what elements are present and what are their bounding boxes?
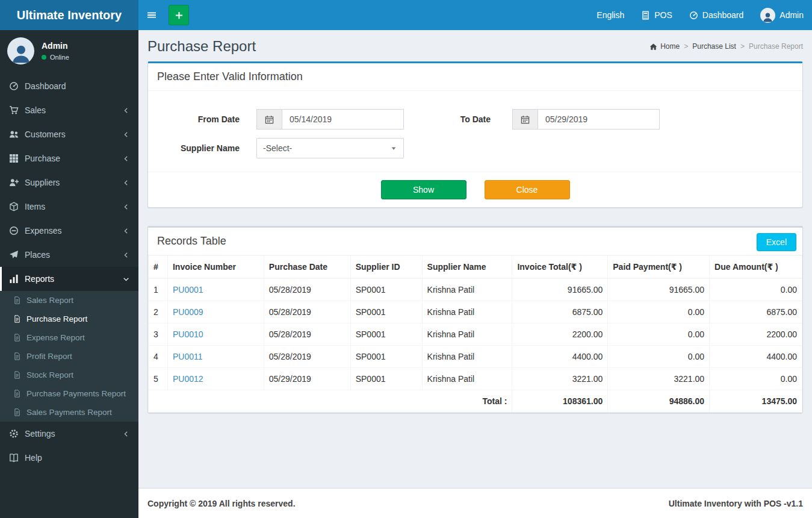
column-header-paid-payment: Paid Payment(₹ ) bbox=[608, 256, 710, 279]
cell: 2 bbox=[149, 301, 168, 323]
cell: 6875.00 bbox=[710, 301, 802, 323]
sidebar-subitem-label: Sales Payments Report bbox=[26, 408, 112, 417]
sidebar-item-dashboard[interactable]: Dashboard bbox=[0, 74, 138, 98]
calculator-icon bbox=[641, 11, 650, 20]
column-header-supplier-name: Supplier Name bbox=[422, 256, 512, 279]
supplier-row: Supplier Name -Select- bbox=[157, 138, 793, 158]
copyright-text: Copyright © 2019 All rights reserved. bbox=[147, 499, 296, 508]
breadcrumb-home[interactable]: Home bbox=[649, 42, 680, 51]
navbar: English POS Dashboard Admin bbox=[138, 0, 812, 30]
column-header-purchase-date: Purchase Date bbox=[264, 256, 350, 279]
user-status: Online bbox=[42, 54, 69, 61]
record-row: 2PU000905/28/2019SP0001Krishna Patil6875… bbox=[149, 301, 802, 323]
chevron-left-icon bbox=[123, 228, 129, 234]
invoice-link[interactable]: PU0012 bbox=[173, 374, 203, 384]
language-menu[interactable]: English bbox=[588, 0, 633, 30]
navbar-right: English POS Dashboard Admin bbox=[588, 0, 812, 30]
app-logo[interactable]: Ultimate Inventory bbox=[0, 0, 138, 30]
sidebar-subitem-label: Purchase Report bbox=[26, 314, 87, 323]
sidebar-item-label: Settings bbox=[25, 429, 55, 438]
cell: SP0001 bbox=[350, 301, 422, 323]
column-header-due-amount: Due Amount(₹ ) bbox=[710, 256, 802, 279]
sidebar-item-label: Dashboard bbox=[25, 81, 66, 91]
app-title: Ultimate Inventory bbox=[17, 8, 122, 22]
cell-invoice-number: PU0010 bbox=[167, 323, 264, 346]
sidebar-item-help[interactable]: Help bbox=[0, 446, 138, 470]
records-table-title: Records Table bbox=[157, 235, 793, 248]
sidebar-subitem-expense-report[interactable]: Expense Report bbox=[0, 328, 138, 347]
cell: 05/28/2019 bbox=[264, 278, 350, 301]
sidebar-item-customers[interactable]: Customers bbox=[0, 122, 138, 146]
file-icon bbox=[13, 334, 21, 342]
to-date-input[interactable] bbox=[538, 109, 660, 130]
sidebar-subitem-label: Purchase Payments Report bbox=[26, 389, 126, 398]
cell: Krishna Patil bbox=[422, 278, 512, 301]
add-button[interactable] bbox=[169, 5, 189, 25]
user-menu[interactable]: Admin bbox=[752, 0, 812, 30]
sidebar-subitem-stock-report[interactable]: Stock Report bbox=[0, 366, 138, 384]
cell: 0.00 bbox=[608, 323, 710, 346]
minus-circle-icon bbox=[9, 226, 19, 236]
sidebar-item-label: Expenses bbox=[25, 226, 61, 236]
calendar-icon bbox=[265, 115, 274, 124]
gear-icon bbox=[9, 429, 19, 438]
cell: 05/28/2019 bbox=[264, 346, 350, 368]
sidebar-item-purchase[interactable]: Purchase bbox=[0, 146, 138, 170]
cell: 2200.00 bbox=[710, 323, 802, 346]
file-icon bbox=[13, 296, 21, 304]
language-label: English bbox=[597, 10, 624, 20]
cell: 05/28/2019 bbox=[264, 323, 350, 346]
supplier-select[interactable]: -Select- bbox=[256, 138, 404, 158]
cell-invoice-number: PU0012 bbox=[167, 368, 264, 390]
sidebar-toggle-button[interactable] bbox=[138, 0, 165, 30]
filter-panel-body: From Date To Date bbox=[148, 91, 802, 172]
content-header: Purchase Report Home>Purchase List>Purch… bbox=[138, 30, 812, 61]
home-icon bbox=[649, 43, 657, 51]
top-navbar: Ultimate Inventory English POS Dashboard bbox=[0, 0, 812, 30]
cell: 2200.00 bbox=[512, 323, 608, 346]
invoice-link[interactable]: PU0001 bbox=[173, 285, 203, 295]
sidebar-subitem-purchase-report[interactable]: Purchase Report bbox=[0, 310, 138, 328]
from-date-input[interactable] bbox=[282, 109, 404, 130]
total-paid: 94886.00 bbox=[608, 390, 710, 413]
sidebar-subitem-sales-report[interactable]: Sales Report bbox=[0, 291, 138, 310]
sidebar-item-sales[interactable]: Sales bbox=[0, 98, 138, 122]
excel-export-button[interactable]: Excel bbox=[757, 233, 796, 251]
invoice-link[interactable]: PU0010 bbox=[173, 329, 203, 339]
cell: 05/29/2019 bbox=[264, 368, 350, 390]
cell-invoice-number: PU0011 bbox=[167, 346, 264, 368]
sidebar-item-settings[interactable]: Settings bbox=[0, 422, 138, 446]
sidebar-item-items[interactable]: Items bbox=[0, 195, 138, 219]
sidebar-subitem-label: Expense Report bbox=[26, 333, 85, 342]
close-button[interactable]: Close bbox=[485, 180, 570, 199]
to-date-calendar-addon[interactable] bbox=[512, 109, 538, 130]
calendar-icon bbox=[521, 115, 530, 124]
user-plus-icon bbox=[9, 178, 19, 187]
record-row: 4PU001105/28/2019SP0001Krishna Patil4400… bbox=[149, 346, 802, 368]
sidebar-subitem-profit-report[interactable]: Profit Report bbox=[0, 347, 138, 366]
sidebar-item-expenses[interactable]: Expenses bbox=[0, 219, 138, 243]
sidebar-item-places[interactable]: Places bbox=[0, 243, 138, 267]
sidebar-item-reports[interactable]: Reports bbox=[0, 267, 138, 291]
pos-link[interactable]: POS bbox=[633, 0, 681, 30]
bar-chart-icon bbox=[9, 274, 19, 284]
sidebar-subitem-purchase-payments-report[interactable]: Purchase Payments Report bbox=[0, 384, 138, 403]
file-icon bbox=[13, 352, 21, 360]
invoice-link[interactable]: PU0011 bbox=[173, 352, 203, 361]
from-date-calendar-addon[interactable] bbox=[256, 109, 282, 130]
sidebar-item-suppliers[interactable]: Suppliers bbox=[0, 170, 138, 195]
records-table: #Invoice NumberPurchase DateSupplier IDS… bbox=[148, 255, 802, 413]
invoice-link[interactable]: PU0009 bbox=[173, 307, 203, 317]
show-button[interactable]: Show bbox=[381, 180, 466, 199]
records-panel: Records Table Excel #Invoice NumberPurch… bbox=[147, 226, 803, 413]
dashboard-label: Dashboard bbox=[702, 10, 744, 20]
sidebar-item-label: Reports bbox=[25, 274, 54, 284]
to-date-group bbox=[512, 109, 660, 130]
user-icon bbox=[10, 43, 32, 64]
cell: Krishna Patil bbox=[422, 368, 512, 390]
file-icon bbox=[13, 315, 21, 323]
sidebar-subitem-sales-payments-report[interactable]: Sales Payments Report bbox=[0, 403, 138, 422]
dashboard-link[interactable]: Dashboard bbox=[681, 0, 752, 30]
breadcrumb-purchase-list[interactable]: Purchase List bbox=[692, 42, 736, 51]
sidebar-item-label: Suppliers bbox=[25, 178, 60, 187]
